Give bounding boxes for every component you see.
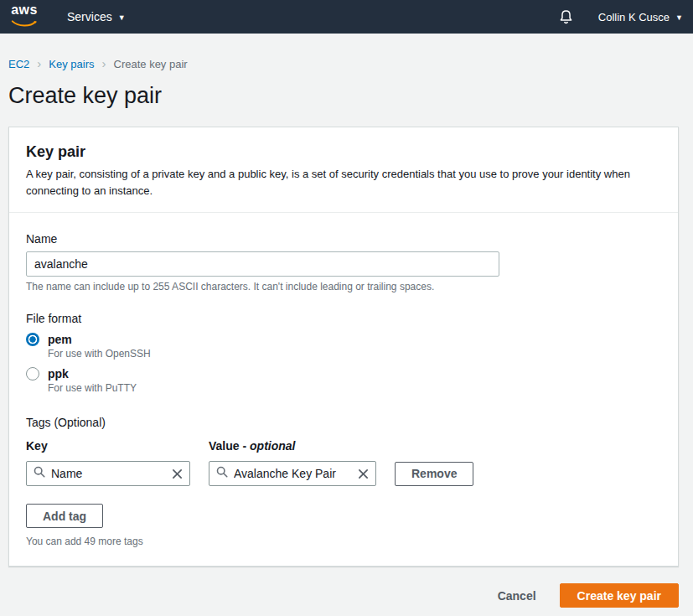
card-title: Key pair	[26, 143, 661, 161]
ppk-radio-label: ppk	[48, 367, 69, 380]
tag-value-input-box	[209, 461, 376, 486]
aws-smile-icon	[11, 17, 38, 30]
card-body: Name The name can include up to 255 ASCI…	[9, 213, 678, 566]
footer-actions: Cancel Create key pair	[8, 583, 679, 608]
aws-logo[interactable]: aws	[11, 3, 38, 30]
ppk-radio[interactable]: ppk	[26, 367, 661, 380]
add-tag-button[interactable]: Add tag	[26, 504, 103, 528]
name-label: Name	[26, 232, 661, 246]
caret-down-icon: ▼	[118, 14, 126, 22]
tags-label: Tags (Optional)	[26, 416, 661, 429]
name-helper-text: The name can include up to 255 ASCII cha…	[26, 281, 661, 292]
tags-section: Tags (Optional) Key Value - optional	[26, 416, 661, 547]
breadcrumb-ec2-link[interactable]: EC2	[8, 58, 29, 70]
tag-key-input[interactable]	[51, 467, 172, 480]
tags-remaining-text: You can add 49 more tags	[26, 536, 661, 547]
notifications-bell-icon[interactable]	[559, 9, 573, 25]
services-menu[interactable]: Services ▼	[67, 10, 126, 23]
remove-tag-button[interactable]: Remove	[395, 462, 473, 486]
breadcrumb-current: Create key pair	[114, 58, 188, 70]
radio-selected-icon[interactable]	[26, 333, 39, 346]
services-label: Services	[67, 10, 112, 23]
tag-value-input[interactable]	[234, 467, 358, 480]
create-key-pair-button[interactable]: Create key pair	[560, 583, 679, 608]
top-navigation-bar: aws Services ▼ Collin K Cusce ▼	[0, 0, 693, 34]
tag-column-headers: Key Value - optional	[26, 439, 661, 453]
ppk-radio-description: For use with PuTTY	[48, 382, 661, 394]
tag-key-input-box	[26, 461, 190, 486]
file-format-group: File format pem For use with OpenSSH ppk…	[26, 312, 661, 394]
tag-value-header: Value - optional	[209, 439, 295, 453]
breadcrumb-key-pairs-link[interactable]: Key pairs	[49, 58, 94, 70]
user-name: Collin K Cusce	[598, 11, 670, 23]
file-format-option-ppk: ppk For use with PuTTY	[26, 367, 661, 394]
clear-key-icon[interactable]	[172, 468, 183, 479]
tag-value-optional-label: optional	[250, 439, 295, 453]
pem-radio[interactable]: pem	[26, 333, 661, 346]
tag-key-header: Key	[26, 439, 209, 453]
file-format-option-pem: pem For use with OpenSSH	[26, 333, 661, 360]
aws-logo-text: aws	[11, 3, 38, 17]
cancel-button[interactable]: Cancel	[498, 589, 536, 603]
tag-row: Remove	[26, 461, 661, 486]
chevron-right-icon: ›	[102, 57, 106, 70]
card-header: Key pair A key pair, consisting of a pri…	[9, 127, 678, 212]
pem-radio-label: pem	[48, 333, 72, 346]
chevron-right-icon: ›	[37, 57, 41, 70]
key-pair-form-card: Key pair A key pair, consisting of a pri…	[8, 127, 679, 567]
name-field-group: Name The name can include up to 255 ASCI…	[26, 232, 661, 292]
user-menu[interactable]: Collin K Cusce ▼	[598, 11, 683, 23]
caret-down-icon: ▼	[675, 14, 683, 22]
clear-value-icon[interactable]	[358, 468, 369, 479]
card-description: A key pair, consisting of a private key …	[26, 166, 661, 199]
radio-unselected-icon[interactable]	[26, 367, 39, 380]
search-icon	[34, 466, 45, 481]
name-input[interactable]	[26, 251, 499, 277]
search-icon	[216, 466, 228, 481]
file-format-label: File format	[26, 312, 661, 325]
page-title: Create key pair	[8, 83, 685, 109]
breadcrumb: EC2 › Key pairs › Create key pair	[8, 58, 685, 70]
pem-radio-description: For use with OpenSSH	[48, 348, 661, 360]
